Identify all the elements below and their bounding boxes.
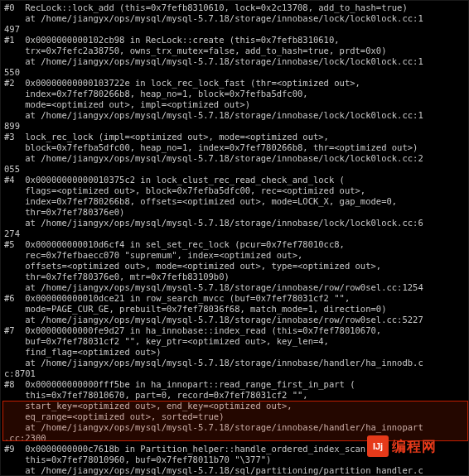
logo-text: 编程网 — [392, 441, 437, 452]
stack-trace-text: #0 RecLock::lock_add (this=0x7fefb831061… — [1, 1, 468, 476]
logo-badge: IJj — [367, 435, 389, 457]
watermark-logo: IJj 编程网 — [367, 434, 457, 459]
terminal-window: #0 RecLock::lock_add (this=0x7fefb831061… — [0, 0, 469, 476]
